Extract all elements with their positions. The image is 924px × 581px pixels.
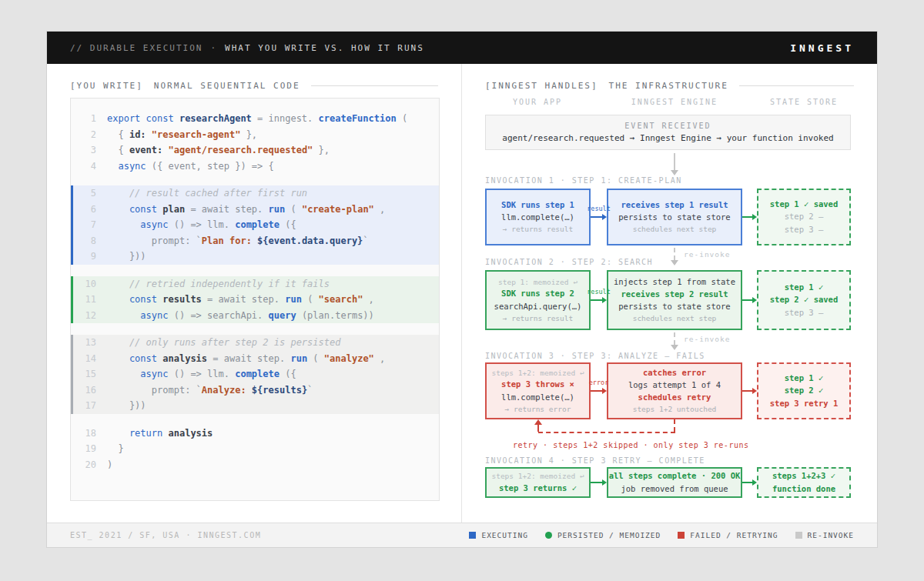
legend-swatch-square-icon — [469, 532, 476, 539]
code-line: 9 })) — [71, 249, 439, 265]
line-number: 15 — [73, 366, 96, 382]
code-token: ${results} — [252, 385, 307, 396]
arrow-head — [752, 388, 757, 394]
box-line: job removed from queue — [621, 484, 728, 494]
box-line: all steps complete · 200 OK — [609, 471, 741, 481]
code-text: // retried independently if it fails — [107, 276, 330, 292]
code-line: 13 // only runs after step 2 is persiste… — [71, 335, 439, 351]
arrow-head — [752, 479, 757, 486]
invocation-row: steps 1+2: memoized ↩step 3 throws ×llm.… — [485, 362, 851, 419]
arrow-shaft — [591, 299, 602, 301]
code-text: export const researchAgent = inngest. cr… — [107, 111, 407, 127]
code-token: "search" — [319, 294, 363, 305]
code-token: = await step. — [207, 353, 290, 364]
code-token: ) — [107, 459, 112, 470]
code-token: Analyze: — [202, 385, 252, 396]
box-line: step 2 ✓ — [785, 386, 824, 396]
code-token: () => llm. — [168, 369, 235, 379]
code-token — [162, 145, 168, 155]
retry-path-up — [537, 425, 539, 432]
invocation-label: INVOCATION 1 · STEP 1: CREATE-PLAN — [485, 176, 682, 185]
code-token: ( — [302, 294, 319, 305]
arrow-shaft — [742, 482, 752, 483]
legend-swatch-square-icon — [678, 532, 685, 539]
box-line: injects step 1 from state — [614, 277, 735, 287]
title-rule — [311, 85, 438, 86]
arrow-shaft — [591, 482, 602, 483]
code-token: ` — [307, 385, 313, 396]
code-token: const — [107, 294, 157, 305]
footer-bar: EST_ 2021 / SF, USA · INNGEST.COM EXECUT… — [47, 523, 877, 547]
arrow-shaft — [742, 390, 752, 392]
flow-arrow — [742, 467, 757, 498]
arrow-head — [752, 297, 757, 303]
box-line: step 1 ✓ — [785, 282, 824, 292]
code-token: async — [107, 161, 146, 172]
event-text: agent/research.requested → Inngest Engin… — [502, 133, 833, 143]
box-line: persists to state store — [618, 212, 730, 222]
event-box: EVENT RECEIVED agent/research.requested … — [485, 115, 851, 150]
line-number: 18 — [73, 426, 96, 442]
line-number: 10 — [73, 276, 96, 292]
event-label: EVENT RECEIVED — [624, 122, 711, 130]
code-token: query — [269, 310, 296, 321]
code-text: // only runs after step 2 is persisted — [107, 335, 340, 351]
code-panel: [YOU WRITE] NORMAL SEQUENTIAL CODE 1expo… — [47, 64, 462, 524]
legend-item: FAILED / RETRYING — [678, 531, 778, 539]
box-line: → returns result — [503, 225, 574, 234]
code-token: Plan for: — [202, 235, 257, 246]
code-token: event: — [129, 145, 162, 155]
arrow-head — [602, 214, 607, 220]
code-token: run — [290, 353, 307, 364]
code-token: prompt: ` — [107, 385, 202, 396]
box-line: step 2 ✓ saved — [770, 295, 839, 305]
invocation-label: INVOCATION 4 · STEP 3 RETRY — COMPLETE — [485, 456, 705, 465]
code-token: plan — [162, 204, 185, 215]
code-token: // only runs after step 2 is persisted — [107, 337, 340, 348]
result-arrow: result — [591, 189, 607, 245]
box-line: schedules next step — [633, 225, 717, 234]
box-line: step 1 ✓ — [785, 373, 824, 383]
code-token: async — [107, 369, 168, 379]
code-text: const analysis = await step. run ( "anal… — [107, 351, 385, 367]
code-token: results — [162, 294, 202, 305]
line-number: 12 — [73, 308, 96, 324]
line-number: 14 — [73, 351, 96, 367]
code-block: 1export const researchAgent = inngest. c… — [70, 98, 440, 501]
box-line: step 1: memoized ↩ — [498, 278, 578, 287]
arrow-label: result — [587, 205, 611, 212]
code-line: 17 })) — [71, 398, 439, 414]
box-line: searchApi.query(…) — [494, 302, 582, 312]
box-line: logs attempt 1 of 4 — [628, 380, 721, 390]
code-text: } — [107, 441, 124, 457]
code-line: 15 async () => llm. complete ({ — [71, 366, 439, 382]
state-box: step 1 ✓ savedstep 2 —step 3 — — [757, 189, 851, 245]
infra-panel: [INNGEST HANDLES] THE INFRASTRUCTURE EVE… — [462, 64, 877, 524]
retry-path-across — [538, 432, 675, 433]
box-line: llm.complete(…) — [501, 392, 574, 402]
code-line: 5 // result cached after first run — [71, 185, 439, 202]
code-token: (plan.terms)) — [296, 310, 374, 321]
code-text: async ({ event, step }) => { — [107, 159, 274, 175]
code-token: run — [285, 294, 302, 305]
code-token: return — [107, 428, 162, 439]
result-arrow: result — [591, 270, 607, 330]
reinvoke-arrow — [674, 332, 675, 345]
box-line: steps 1+2+3 ✓ — [772, 471, 835, 481]
code-text: const results = await step. run ( "searc… — [107, 292, 374, 308]
header-comment: // DURABLE EXECUTION — [70, 43, 203, 53]
code-panel-tag: [YOU WRITE] — [70, 81, 143, 91]
code-token: , — [374, 353, 385, 364]
line-number: 3 — [73, 142, 96, 159]
app-box: SDK runs step 1llm.complete(…)→ returns … — [485, 189, 591, 245]
code-line: 12 async () => searchApi. query (plan.te… — [71, 308, 439, 324]
box-line: → returns result — [503, 314, 574, 323]
code-token: } — [107, 443, 124, 454]
arrow-label: result — [587, 288, 611, 296]
legend: EXECUTINGPERSISTED / MEMOIZEDFAILED / RE… — [469, 531, 854, 539]
box-line: receives step 2 result — [621, 289, 728, 299]
column-header: INNGEST ENGINE — [631, 98, 718, 106]
error-arrow: error — [591, 362, 607, 419]
arrow-head — [752, 214, 757, 220]
code-text: { id: "research-agent" }, — [107, 127, 257, 143]
